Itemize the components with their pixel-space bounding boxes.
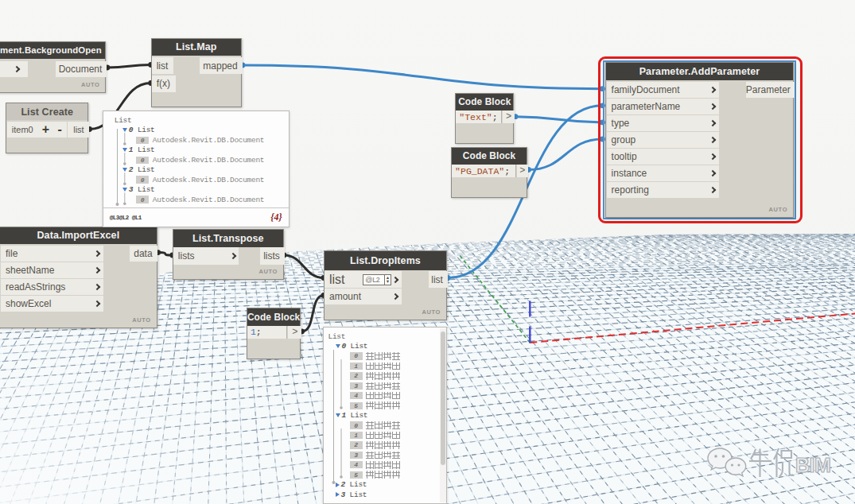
svg-text:BIM: BIM <box>795 454 830 476</box>
